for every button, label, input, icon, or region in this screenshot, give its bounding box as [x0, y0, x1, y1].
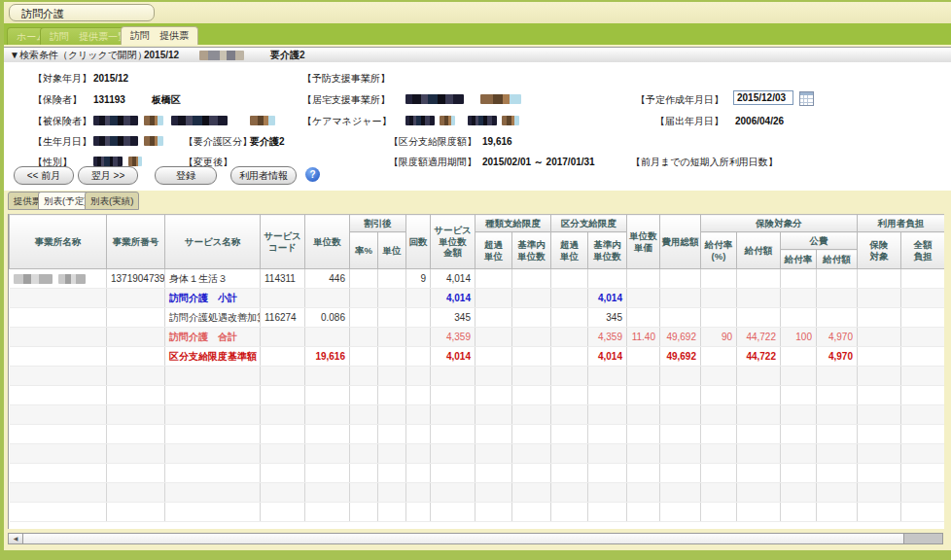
table-cell [305, 289, 350, 308]
table-cell [431, 405, 476, 425]
subtab-beppyo-jisseki[interactable]: 別表(実績) [85, 192, 139, 210]
table-cell [406, 444, 431, 464]
table-cell [350, 503, 378, 522]
table-cell [858, 328, 901, 347]
redacted-office-name [14, 274, 53, 284]
table-row[interactable]: 訪問介護 小計4,0144,014 [10, 289, 945, 308]
table-cell [406, 289, 431, 308]
table-cell: 区分支給限度基準額（単位） [165, 347, 261, 367]
table-cell: 4,014 [431, 347, 476, 367]
table-cell [660, 386, 701, 405]
redacted-insured-3 [171, 116, 228, 125]
col-header-insurance-target: 保険 対象 [858, 232, 901, 269]
table-cell [551, 308, 588, 328]
scroll-left-arrow-icon[interactable]: ◀ [9, 534, 23, 543]
table-cell [701, 483, 737, 503]
limit-amount-label: 【区分支給限度額】 [340, 135, 476, 148]
table-row[interactable]: 訪問介護処遇改善加算Ⅰ1162740.086345345 [10, 308, 945, 328]
insurer-number: 131193 [93, 93, 125, 106]
table-row[interactable] [10, 367, 945, 386]
table-cell [431, 503, 476, 522]
table-cell: 9 [406, 269, 431, 289]
user-info-button[interactable]: 利用者情報 [230, 166, 297, 185]
table-cell [588, 386, 627, 405]
table-cell [858, 464, 901, 483]
table-cell [551, 425, 588, 444]
search-condition-toggle[interactable]: ▼検索条件（クリックで開閉） [10, 49, 147, 61]
table-cell [350, 483, 378, 503]
table-cell [588, 464, 627, 483]
table-row[interactable] [10, 386, 945, 405]
table-cell [588, 503, 627, 522]
register-button[interactable]: 登録 [155, 166, 217, 185]
table-cell [737, 289, 781, 308]
col-header-discount-rate: 率% [350, 232, 378, 269]
table-cell [512, 503, 551, 522]
table-row[interactable] [10, 483, 945, 503]
table-cell [901, 269, 945, 289]
table-cell [781, 503, 817, 522]
table-cell [406, 347, 431, 367]
horizontal-scrollbar[interactable]: ◀ [8, 533, 943, 544]
table-cell [858, 483, 901, 503]
table-cell [737, 405, 781, 425]
table-cell [476, 444, 512, 464]
table-cell [165, 425, 261, 444]
table-cell [476, 405, 512, 425]
table-cell [701, 464, 737, 483]
table-row[interactable]: 1371904739身体１生活３11431144694,014 [10, 269, 945, 289]
birth-date-label: 【生年月日】 [33, 135, 91, 148]
table-cell: 446 [305, 269, 350, 289]
scrollbar-thumb[interactable] [23, 534, 904, 543]
table-cell [627, 483, 660, 503]
table-row[interactable] [10, 464, 945, 483]
care-class-label: 【要介護区分】 [184, 135, 252, 148]
redacted-insured-2 [144, 116, 163, 125]
table-cell [10, 503, 107, 522]
table-cell [817, 289, 858, 308]
table-row[interactable] [10, 425, 945, 444]
prev-month-button[interactable]: << 前月 [14, 166, 74, 185]
col-header-service-units: サービス 単位数 金額 [431, 215, 476, 269]
table-cell: 49,692 [660, 347, 701, 367]
redacted-home-office [405, 94, 464, 104]
table-cell [551, 269, 588, 289]
table-cell [858, 405, 901, 425]
table-row[interactable] [10, 405, 945, 425]
table-row[interactable] [10, 503, 945, 522]
table-cell [378, 367, 406, 386]
table-cell [901, 425, 945, 444]
table-cell [551, 289, 588, 308]
table-cell [107, 289, 165, 308]
table-cell [701, 308, 737, 328]
table-cell [350, 367, 378, 386]
tab-visit-slip[interactable]: 訪問 提供票 [121, 26, 198, 45]
table-cell: 4,014 [431, 289, 476, 308]
table-cell [817, 483, 858, 503]
table-cell [512, 367, 551, 386]
table-cell [817, 269, 858, 289]
col-header-type-within: 基準内 単位数 [512, 232, 551, 269]
calendar-icon[interactable] [799, 91, 814, 106]
next-month-button[interactable]: 翌月 >> [78, 166, 138, 185]
table-row[interactable]: 訪問介護 合計4,3594,35911.4049,6929044,7221004… [10, 328, 945, 347]
col-header-units: 単位数 [305, 215, 350, 269]
table-cell [431, 425, 476, 444]
table-cell [660, 425, 701, 444]
table-cell [858, 367, 901, 386]
col-header-cat-over: 超過 単位 [551, 232, 588, 269]
help-icon[interactable]: ? [305, 167, 320, 182]
table-cell: 345 [588, 308, 627, 328]
plan-date-input[interactable] [733, 90, 793, 105]
table-cell [305, 386, 350, 405]
redacted-home-office-2 [480, 94, 521, 104]
patient-info-form: 【対象年月】 2015/12 【予防支援事業所】 【保険者】 131193 板橋… [4, 62, 951, 191]
table-row[interactable] [10, 444, 945, 464]
table-cell [901, 328, 945, 347]
table-cell [551, 405, 588, 425]
table-cell [737, 308, 781, 328]
table-cell [305, 328, 350, 347]
table-cell [737, 386, 781, 405]
table-cell [551, 328, 588, 347]
table-row[interactable]: 区分支給限度基準額（単位）19,6164,0144,01449,69244,72… [10, 347, 945, 367]
